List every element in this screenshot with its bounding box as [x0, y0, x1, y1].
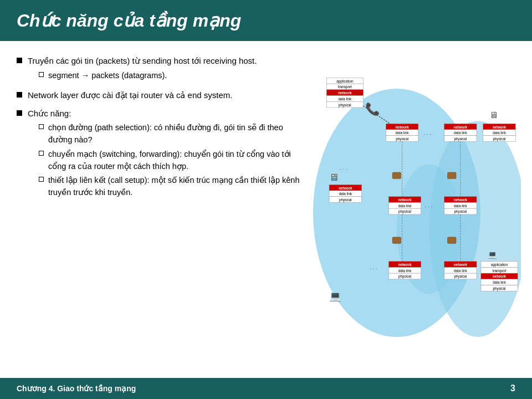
- svg-rect-86: [447, 172, 456, 179]
- svg-text:💻: 💻: [488, 250, 498, 259]
- sub-bullet-icon-3-1: [39, 124, 44, 129]
- sub-bullets-1: segment → packets (datagrams).: [39, 70, 305, 82]
- bullet-icon-3: [17, 110, 22, 116]
- bullet-text-1: Truyền các gói tin (packets) từ sending …: [28, 55, 305, 84]
- svg-text:network: network: [493, 125, 507, 129]
- main-content: Truyền các gói tin (packets) từ sending …: [0, 41, 532, 379]
- svg-rect-87: [392, 237, 401, 244]
- svg-text:network: network: [454, 198, 468, 202]
- network-svg: application transport network data link …: [310, 52, 521, 374]
- bullet-item-1: Truyền các gói tin (packets) từ sending …: [17, 55, 305, 84]
- svg-text:transport: transport: [338, 85, 352, 89]
- svg-text:data link: data link: [493, 280, 506, 284]
- sub-bullet-text-3-3: thiết lập liên kết (call setup): một số …: [48, 175, 305, 199]
- svg-text:physical: physical: [454, 274, 467, 279]
- svg-text:network: network: [454, 125, 468, 129]
- footer-page: 3: [510, 383, 515, 393]
- sub-bullet-text-3-2: chuyển mạch (switching, forwarding): chu…: [48, 149, 305, 173]
- svg-text:data link: data link: [339, 192, 352, 196]
- svg-text:physical: physical: [398, 209, 411, 214]
- text-content: Truyền các gói tin (packets) từ sending …: [17, 52, 305, 379]
- svg-text:🖥: 🖥: [329, 172, 339, 183]
- svg-text:transport: transport: [493, 269, 507, 273]
- svg-text:application: application: [491, 263, 508, 267]
- svg-text:data link: data link: [454, 204, 467, 208]
- sub-bullet-icon-3-2: [39, 151, 44, 156]
- bullet-text-2: Network layer được cài đặt tại router và…: [28, 89, 305, 102]
- svg-text:network: network: [396, 125, 410, 129]
- bullet2-main: Network layer được cài đặt tại router và…: [28, 90, 232, 100]
- page-title: Chức năng của tầng mạng: [17, 10, 241, 31]
- svg-text:🖥: 🖥: [489, 110, 498, 120]
- svg-text:network: network: [493, 274, 507, 278]
- bullet1-main: Truyền các gói tin (packets) từ sending …: [28, 56, 257, 65]
- network-diagram: application transport network data link …: [310, 52, 521, 379]
- svg-text:network: network: [338, 91, 352, 95]
- svg-text:network: network: [339, 186, 352, 190]
- svg-text:physical: physical: [396, 137, 408, 141]
- svg-text:physical: physical: [339, 198, 352, 202]
- bullet-text-3: Chức năng: chọn đường (path selection): …: [28, 108, 305, 201]
- svg-text:data link: data link: [454, 131, 467, 135]
- bullet-icon-1: [17, 58, 22, 63]
- footer-chapter: Chương 4. Giao thức tầng mạng: [17, 384, 136, 393]
- svg-text:💻: 💻: [329, 290, 341, 302]
- sub-bullet-text-1-1: segment → packets (datagrams).: [48, 70, 305, 82]
- svg-text:. . .: . . .: [424, 130, 432, 136]
- sub-bullets-3: chọn đường (path selection): có nhiều đư…: [39, 122, 305, 199]
- bullet-item-2: Network layer được cài đặt tại router và…: [17, 89, 305, 102]
- svg-text:network: network: [398, 198, 412, 202]
- svg-text:. . .: . . .: [340, 165, 348, 171]
- svg-text:physical: physical: [493, 287, 506, 291]
- svg-text:data link: data link: [454, 269, 467, 273]
- footer: Chương 4. Giao thức tầng mạng 3: [0, 378, 532, 399]
- bullet3-main: Chức năng:: [28, 109, 71, 118]
- svg-text:physical: physical: [454, 137, 467, 141]
- svg-text:physical: physical: [454, 209, 467, 214]
- svg-text:network: network: [454, 263, 468, 267]
- svg-text:network: network: [398, 263, 412, 267]
- svg-text:data link: data link: [398, 204, 412, 208]
- sub-bullet-1-1: segment → packets (datagrams).: [39, 70, 305, 82]
- bullet-icon-2: [17, 92, 22, 98]
- header: Chức năng của tầng mạng: [0, 0, 532, 41]
- svg-text:. . .: . . .: [425, 202, 433, 208]
- svg-text:physical: physical: [339, 103, 351, 108]
- svg-text:. . .: . . .: [370, 264, 377, 270]
- svg-text:data link: data link: [396, 131, 409, 135]
- sub-bullet-3-1: chọn đường (path selection): có nhiều đư…: [39, 122, 305, 146]
- svg-text:data link: data link: [339, 97, 352, 101]
- bullet-item-3: Chức năng: chọn đường (path selection): …: [17, 108, 305, 201]
- sub-bullet-icon-1-1: [39, 72, 44, 77]
- svg-text:data link: data link: [398, 269, 412, 273]
- sub-bullet-text-3-1: chọn đường (path selection): có nhiều đư…: [48, 122, 305, 146]
- svg-text:application: application: [336, 79, 354, 84]
- svg-rect-88: [447, 237, 456, 244]
- svg-text:physical: physical: [493, 137, 506, 141]
- svg-text:data link: data link: [493, 131, 506, 135]
- sub-bullet-3-3: thiết lập liên kết (call setup): một số …: [39, 175, 305, 199]
- svg-text:physical: physical: [398, 274, 411, 279]
- svg-rect-85: [392, 172, 401, 179]
- sub-bullet-icon-3-3: [39, 177, 44, 182]
- sub-bullet-3-2: chuyển mạch (switching, forwarding): chu…: [39, 149, 305, 173]
